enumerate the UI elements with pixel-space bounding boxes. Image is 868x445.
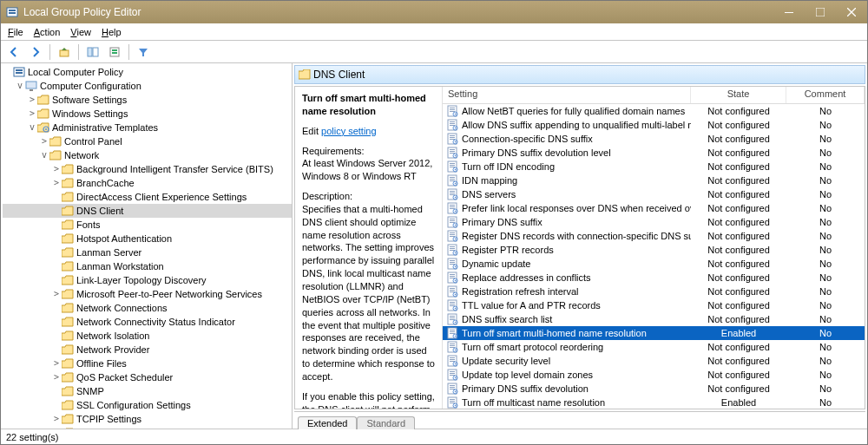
tree-np[interactable]: Network Provider <box>3 343 292 357</box>
tree-network[interactable]: vNetwork <box>3 148 292 162</box>
tree-root[interactable]: Local Computer Policy <box>3 65 292 79</box>
tree-twistie[interactable]: v <box>27 121 37 134</box>
tree-twistie[interactable]: > <box>51 370 62 384</box>
svg-rect-12 <box>16 69 23 71</box>
tree-ha[interactable]: Hotspot Authentication <box>3 232 292 245</box>
forward-button[interactable] <box>26 43 45 62</box>
tree-twistie[interactable] <box>51 315 62 329</box>
tree-twistie[interactable] <box>51 384 62 398</box>
tree-nc[interactable]: Network Connections <box>3 301 292 315</box>
tree-administrative-templates[interactable]: vAdministrative Templates <box>3 121 292 134</box>
tree-twistie[interactable]: v <box>15 79 25 93</box>
tree-bits[interactable]: >Background Intelligent Transfer Service… <box>3 162 292 176</box>
tree-ncsi[interactable]: Network Connectivity Status Indicator <box>3 315 292 329</box>
tree-twistie[interactable] <box>3 65 13 79</box>
edit-policy-link[interactable]: policy setting <box>321 126 377 136</box>
tree-item[interactable]: >Control Panel <box>3 134 292 148</box>
tree-twistie[interactable]: > <box>51 412 62 426</box>
tree-twistie[interactable] <box>51 204 62 218</box>
setting-row[interactable]: Turn off smart multi-homed name resoluti… <box>443 326 865 340</box>
svg-rect-98 <box>450 290 455 291</box>
tree-twistie[interactable]: > <box>27 107 37 121</box>
tree-twistie[interactable] <box>51 259 62 273</box>
back-button[interactable] <box>4 43 23 62</box>
tree-lw[interactable]: Lanman Workstation <box>3 259 292 273</box>
minimize-button[interactable] <box>773 1 805 23</box>
col-state[interactable]: State <box>691 87 786 103</box>
tree-twistie[interactable] <box>51 301 62 315</box>
tree-fonts[interactable]: Fonts <box>3 218 292 232</box>
setting-row[interactable]: Prefer link local responses over DNS whe… <box>443 201 865 215</box>
setting-row[interactable]: Allow DNS suffix appending to unqualifie… <box>443 118 865 132</box>
menu-file[interactable]: File <box>3 25 29 39</box>
setting-row[interactable]: Turn off multicast name resolutionEnable… <box>443 396 865 409</box>
menu-view[interactable]: View <box>65 25 96 39</box>
setting-row[interactable]: Primary DNS suffix devolutionNot configu… <box>443 382 865 396</box>
tab-standard[interactable]: Standard <box>357 416 415 429</box>
tab-extended[interactable]: Extended <box>298 416 357 429</box>
tree-twistie[interactable]: > <box>51 357 62 370</box>
list-rows[interactable]: Allow NetBT queries for fully qualified … <box>443 104 865 409</box>
up-button[interactable] <box>55 43 74 62</box>
filter-button[interactable] <box>134 43 153 62</box>
tree-pane[interactable]: Local Computer PolicyvComputer Configura… <box>1 63 293 429</box>
setting-row[interactable]: Primary DNS suffix devolution levelNot c… <box>443 146 865 160</box>
setting-row[interactable]: DNS suffix search listNot configuredNo <box>443 312 865 326</box>
tree-twistie[interactable] <box>51 245 62 259</box>
tree-twistie[interactable]: v <box>39 148 49 162</box>
setting-row[interactable]: Update top level domain zonesNot configu… <box>443 368 865 382</box>
setting-row[interactable]: Connection-specific DNS suffixNot config… <box>443 132 865 146</box>
close-button[interactable] <box>836 1 867 23</box>
setting-row[interactable]: Replace addresses in conflictsNot config… <box>443 271 865 285</box>
setting-row[interactable]: Turn off IDN encodingNot configuredNo <box>443 160 865 173</box>
setting-row[interactable]: IDN mappingNot configuredNo <box>443 173 865 187</box>
tree-twistie[interactable]: > <box>27 93 37 107</box>
setting-row[interactable]: Register PTR recordsNot configuredNo <box>443 243 865 257</box>
tree-tcpip[interactable]: >TCPIP Settings <box>3 412 292 426</box>
tree-ni[interactable]: Network Isolation <box>3 329 292 343</box>
setting-row[interactable]: Allow NetBT queries for fully qualified … <box>443 104 865 118</box>
tree-dns[interactable]: DNS Client <box>3 204 292 218</box>
titlebar[interactable]: Local Group Policy Editor <box>1 1 867 23</box>
tree-bc[interactable]: >BranchCache <box>3 176 292 190</box>
maximize-button[interactable] <box>805 1 836 23</box>
setting-row[interactable]: Register DNS records with connection-spe… <box>443 229 865 243</box>
tree-twistie[interactable]: > <box>51 176 62 190</box>
setting-row[interactable]: Primary DNS suffixNot configuredNo <box>443 215 865 229</box>
setting-row[interactable]: DNS serversNot configuredNo <box>443 187 865 201</box>
tree-twistie[interactable] <box>51 232 62 245</box>
tree-item[interactable]: >Windows Settings <box>3 107 292 121</box>
setting-row[interactable]: Registration refresh intervalNot configu… <box>443 285 865 298</box>
tree-twistie[interactable]: > <box>51 287 62 301</box>
show-hide-tree-button[interactable] <box>83 43 102 62</box>
menu-help[interactable]: Help <box>96 25 127 39</box>
tree-of[interactable]: >Offline Files <box>3 357 292 370</box>
tree-twistie[interactable] <box>51 343 62 357</box>
tree-lltd[interactable]: Link-Layer Topology Discovery <box>3 273 292 287</box>
tree-twistie[interactable] <box>51 329 62 343</box>
tree-mp2p[interactable]: >Microsoft Peer-to-Peer Networking Servi… <box>3 287 292 301</box>
setting-row[interactable]: TTL value for A and PTR recordsNot confi… <box>443 298 865 312</box>
setting-row[interactable]: Turn off smart protocol reorderingNot co… <box>443 340 865 354</box>
tree-qos[interactable]: >QoS Packet Scheduler <box>3 370 292 384</box>
tree-computer-configuration[interactable]: vComputer Configuration <box>3 79 292 93</box>
tree-twistie[interactable] <box>51 190 62 204</box>
col-setting[interactable]: Setting <box>443 87 691 103</box>
menu-action[interactable]: Action <box>29 25 66 39</box>
svg-point-83 <box>455 252 457 254</box>
col-comment[interactable]: Comment <box>786 87 865 103</box>
tree-twistie[interactable]: > <box>39 134 49 148</box>
svg-rect-9 <box>112 49 117 51</box>
tree-twistie[interactable]: > <box>51 162 62 176</box>
tree-twistie[interactable] <box>51 398 62 412</box>
setting-row[interactable]: Dynamic updateNot configuredNo <box>443 257 865 271</box>
tree-ls[interactable]: Lanman Server <box>3 245 292 259</box>
tree-ssl[interactable]: SSL Configuration Settings <box>3 398 292 412</box>
tree-twistie[interactable] <box>51 218 62 232</box>
tree-snmp[interactable]: SNMP <box>3 384 292 398</box>
tree-item[interactable]: >Software Settings <box>3 93 292 107</box>
tree-daces[interactable]: DirectAccess Client Experience Settings <box>3 190 292 204</box>
setting-row[interactable]: Update security levelNot configuredNo <box>443 354 865 368</box>
tree-twistie[interactable] <box>51 273 62 287</box>
properties-icon[interactable] <box>105 43 124 62</box>
